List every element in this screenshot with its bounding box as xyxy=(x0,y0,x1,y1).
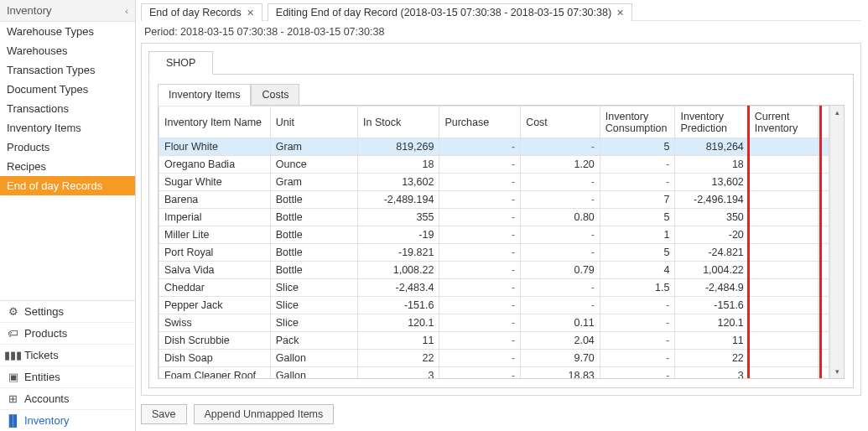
cell[interactable] xyxy=(819,191,829,209)
cell[interactable]: - xyxy=(521,279,600,297)
sidebar-item[interactable]: Recipes xyxy=(0,157,135,176)
cell[interactable] xyxy=(819,244,829,262)
cell[interactable]: - xyxy=(439,314,521,332)
cell[interactable]: 1.20 xyxy=(521,156,600,174)
cell[interactable]: 355 xyxy=(358,209,439,226)
cell[interactable]: Swiss xyxy=(159,314,271,332)
cell[interactable]: - xyxy=(600,174,675,191)
cell[interactable]: Bottle xyxy=(270,244,357,262)
cell[interactable]: -20 xyxy=(675,226,749,244)
table-row[interactable]: BarenaBottle-2,489.194--7-2,496.194 xyxy=(159,191,829,209)
cell[interactable]: - xyxy=(600,367,675,379)
close-icon[interactable]: ✕ xyxy=(247,8,254,18)
cell[interactable]: Gram xyxy=(270,174,357,191)
cell[interactable]: -19.821 xyxy=(358,244,439,262)
table-row[interactable]: Dish SoapGallon22-9.70-22 xyxy=(159,350,829,367)
col-name[interactable]: Inventory Item Name xyxy=(159,106,271,138)
table-row[interactable]: Foam Cleaner RoofGallon3-18.83-3 xyxy=(159,367,829,379)
cell[interactable]: - xyxy=(439,156,521,174)
col-cons[interactable]: Inventory Consumption xyxy=(600,106,675,138)
cell[interactable]: - xyxy=(600,314,675,332)
footer-item[interactable]: ⊞Accounts xyxy=(0,387,135,409)
tab-editing-record[interactable]: Editing End of day Record (2018-03-15 07… xyxy=(268,3,632,21)
cell[interactable]: 18 xyxy=(675,156,749,174)
footer-item[interactable]: ⚙Settings xyxy=(0,301,135,322)
cell[interactable]: - xyxy=(521,174,600,191)
cell[interactable] xyxy=(819,156,829,174)
cell[interactable]: Foam Cleaner Roof xyxy=(159,367,271,379)
cell[interactable]: - xyxy=(439,226,521,244)
cell[interactable]: 3 xyxy=(675,367,749,379)
cell[interactable]: Slice xyxy=(270,279,357,297)
cell[interactable] xyxy=(749,209,818,226)
cell[interactable]: 1,008.22 xyxy=(358,262,439,279)
cell[interactable] xyxy=(819,314,829,332)
cell[interactable] xyxy=(819,367,829,379)
sidebar-header[interactable]: Inventory ‹ xyxy=(0,0,135,22)
cell[interactable] xyxy=(749,156,818,174)
cell[interactable]: Oregano Badia xyxy=(159,156,271,174)
sidebar-item[interactable]: Products xyxy=(0,138,135,157)
tab-inventory-items[interactable]: Inventory Items xyxy=(158,84,251,106)
cell[interactable] xyxy=(749,332,818,350)
cell[interactable]: - xyxy=(439,297,521,314)
cell[interactable] xyxy=(749,191,818,209)
tab-shop[interactable]: SHOP xyxy=(148,51,213,75)
col-pred[interactable]: Inventory Prediction xyxy=(675,106,749,138)
cell[interactable]: 0.80 xyxy=(521,209,600,226)
cell[interactable]: Pepper Jack xyxy=(159,297,271,314)
scroll-down-icon[interactable]: ▾ xyxy=(830,365,844,378)
cell[interactable]: 5 xyxy=(600,244,675,262)
cell[interactable]: Salva Vida xyxy=(159,262,271,279)
cell[interactable]: Bottle xyxy=(270,262,357,279)
cell[interactable] xyxy=(819,226,829,244)
table-row[interactable]: SwissSlice120.1-0.11-120.1 xyxy=(159,314,829,332)
cell[interactable] xyxy=(819,138,829,156)
cell[interactable]: Dish Scrubbie xyxy=(159,332,271,350)
col-unit[interactable]: Unit xyxy=(270,106,357,138)
footer-item[interactable]: ▐▌Inventory xyxy=(0,409,135,431)
cell[interactable]: 0.79 xyxy=(521,262,600,279)
col-stock[interactable]: In Stock xyxy=(358,106,439,138)
tab-costs[interactable]: Costs xyxy=(251,84,299,106)
save-button[interactable]: Save xyxy=(141,404,187,424)
cell[interactable]: Sugar White xyxy=(159,174,271,191)
cell[interactable]: 13,602 xyxy=(358,174,439,191)
cell[interactable]: 120.1 xyxy=(358,314,439,332)
cell[interactable]: 5 xyxy=(600,138,675,156)
col-cost[interactable]: Cost xyxy=(521,106,600,138)
close-icon[interactable]: ✕ xyxy=(616,8,624,18)
cell[interactable]: Imperial xyxy=(159,209,271,226)
cell[interactable]: 22 xyxy=(358,350,439,367)
cell[interactable]: Miller Lite xyxy=(159,226,271,244)
cell[interactable]: - xyxy=(600,350,675,367)
cell[interactable]: - xyxy=(600,156,675,174)
cell[interactable]: Port Royal xyxy=(159,244,271,262)
table-row[interactable]: Oregano BadiaOunce18-1.20-18 xyxy=(159,156,829,174)
cell[interactable]: -2,483.4 xyxy=(358,279,439,297)
cell[interactable]: 350 xyxy=(675,209,749,226)
cell[interactable]: - xyxy=(439,262,521,279)
cell[interactable]: Gallon xyxy=(270,350,357,367)
cell[interactable]: Barena xyxy=(159,191,271,209)
cell[interactable]: Ounce xyxy=(270,156,357,174)
cell[interactable]: - xyxy=(439,279,521,297)
cell[interactable] xyxy=(819,332,829,350)
cell[interactable]: 13,602 xyxy=(675,174,749,191)
cell[interactable]: 18.83 xyxy=(521,367,600,379)
cell[interactable] xyxy=(819,297,829,314)
sidebar-item[interactable]: Transaction Types xyxy=(0,60,135,80)
cell[interactable] xyxy=(749,262,818,279)
cell[interactable]: 0.11 xyxy=(521,314,600,332)
tab-end-of-day-records[interactable]: End of day Records ✕ xyxy=(141,3,262,21)
cell[interactable]: - xyxy=(439,174,521,191)
table-row[interactable]: CheddarSlice-2,483.4--1.5-2,484.9 xyxy=(159,279,829,297)
cell[interactable] xyxy=(819,174,829,191)
cell[interactable]: 1 xyxy=(600,226,675,244)
cell[interactable]: 120.1 xyxy=(675,314,749,332)
col-curr[interactable]: Current Inventory xyxy=(749,106,818,138)
table-row[interactable]: Miller LiteBottle-19--1-20 xyxy=(159,226,829,244)
cell[interactable]: Gram xyxy=(270,138,357,156)
cell[interactable]: - xyxy=(600,332,675,350)
cell[interactable]: - xyxy=(521,138,600,156)
